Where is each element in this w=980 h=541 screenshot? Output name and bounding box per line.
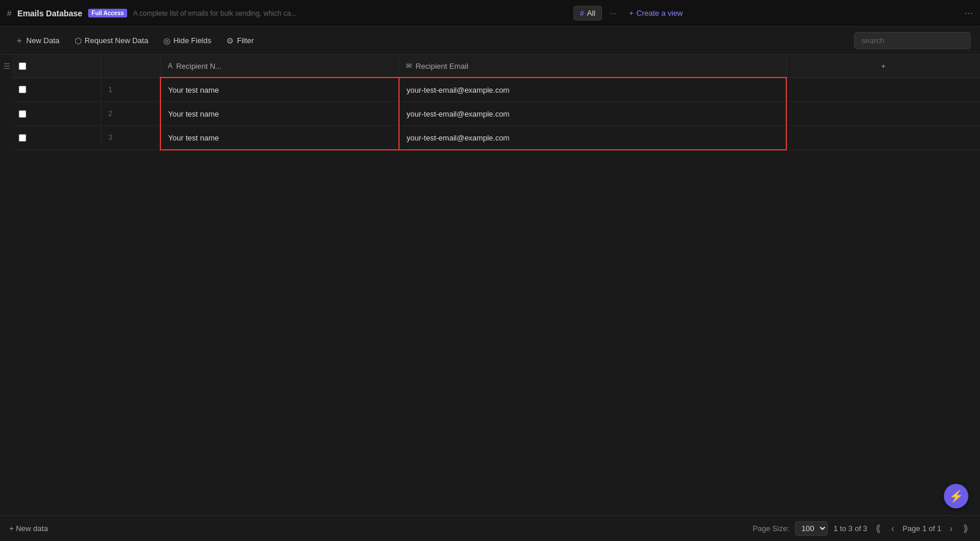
database-description: A complete list of emails for bulk sendi… <box>133 9 296 17</box>
row-checkbox[interactable] <box>19 86 26 93</box>
new-data-button[interactable]: ＋ New Data <box>9 32 65 50</box>
header-row-num-col <box>101 55 160 78</box>
pagination-area: Page Size: 10 25 50 100 250 1 to 3 of 3 … <box>752 521 971 536</box>
page-size-label: Page Size: <box>752 524 789 533</box>
database-title: Emails Database <box>18 9 82 18</box>
view-tab-all-label: All <box>587 9 595 17</box>
row-email-cell[interactable]: your-test-email@example.com <box>399 126 786 150</box>
top-nav-left: # Emails Database Full Access A complete… <box>7 9 296 18</box>
row-extra-cell <box>786 126 980 150</box>
new-data-label: New Data <box>26 36 60 45</box>
select-all-checkbox[interactable] <box>19 62 26 70</box>
database-icon: # <box>7 9 12 18</box>
fab-icon: ⚡ <box>949 489 964 503</box>
row-number-cell: 2 <box>101 102 160 126</box>
bottom-bar: + New data Page Size: 10 25 50 100 250 1… <box>0 515 980 541</box>
page-next-button[interactable]: › <box>947 522 955 535</box>
sidebar-toggle[interactable]: ☰ <box>0 59 14 73</box>
plus-icon: ＋ <box>15 36 23 46</box>
table-wrapper: A Recipient N... ✉ Recipient Email + <box>12 55 980 515</box>
hide-fields-button[interactable]: ◎ Hide Fields <box>158 33 217 49</box>
toolbar: ＋ New Data ⬡ Request New Data ◎ Hide Fie… <box>0 27 980 55</box>
table-row: 3Your test nameyour-test-email@example.c… <box>12 126 980 150</box>
row-name-cell[interactable]: Your test name <box>160 78 399 102</box>
request-new-data-button[interactable]: ⬡ Request New Data <box>69 33 154 49</box>
view-tabs-more[interactable]: ··· <box>607 6 620 20</box>
table-row: 1Your test nameyour-test-email@example.c… <box>12 78 980 102</box>
row-name-cell[interactable]: Your test name <box>160 126 399 150</box>
top-nav-more[interactable]: ··· <box>964 7 973 19</box>
text-field-icon: A <box>168 62 173 70</box>
new-data-bottom-label: + New data <box>9 524 48 533</box>
toolbar-left: ＋ New Data ⬡ Request New Data ◎ Hide Fie… <box>9 32 260 50</box>
hide-icon: ◎ <box>163 36 170 45</box>
request-new-data-label: Request New Data <box>85 36 148 45</box>
row-checkbox-cell <box>12 78 101 102</box>
row-checkbox[interactable] <box>19 110 26 118</box>
table-header-row: A Recipient N... ✉ Recipient Email + <box>12 55 980 78</box>
row-number-cell: 1 <box>101 78 160 102</box>
row-number-cell: 3 <box>101 126 160 150</box>
table-row: 2Your test nameyour-test-email@example.c… <box>12 102 980 126</box>
page-range: 1 to 3 of 3 <box>834 524 867 533</box>
page-last-button[interactable]: ⟫ <box>961 522 971 535</box>
page-prev-button[interactable]: ‹ <box>889 522 897 535</box>
header-recipient-email[interactable]: ✉ Recipient Email <box>399 55 786 78</box>
search-input[interactable] <box>854 32 971 49</box>
hide-fields-label: Hide Fields <box>173 36 211 45</box>
page-info: Page 1 of 1 <box>902 524 942 533</box>
header-add-col[interactable]: + <box>786 55 980 78</box>
create-view-label: Create a view <box>636 9 682 17</box>
row-checkbox-cell <box>12 102 101 126</box>
view-tabs: # All ··· + Create a view <box>573 6 688 20</box>
toolbar-right <box>854 32 971 49</box>
top-nav: # Emails Database Full Access A complete… <box>0 0 980 27</box>
data-table: A Recipient N... ✉ Recipient Email + <box>12 55 980 150</box>
email-field-icon: ✉ <box>406 62 412 70</box>
filter-icon: ⚙ <box>226 36 234 45</box>
create-view-button[interactable]: + Create a view <box>624 6 687 20</box>
header-recipient-name[interactable]: A Recipient N... <box>160 55 399 78</box>
page-size-select[interactable]: 10 25 50 100 250 <box>795 521 828 536</box>
fab-button[interactable]: ⚡ <box>944 484 968 508</box>
row-email-cell[interactable]: your-test-email@example.com <box>399 102 786 126</box>
row-checkbox-cell <box>12 126 101 150</box>
page-first-button[interactable]: ⟪ <box>873 522 883 535</box>
filter-button[interactable]: ⚙ Filter <box>220 33 260 49</box>
row-checkbox[interactable] <box>19 134 26 142</box>
request-icon: ⬡ <box>75 36 82 45</box>
hash-icon: # <box>580 9 584 17</box>
plus-icon: + <box>629 9 634 17</box>
row-extra-cell <box>786 102 980 126</box>
add-column-icon: + <box>881 62 886 71</box>
col-label-recipient-email: Recipient Email <box>415 62 468 71</box>
row-name-cell[interactable]: Your test name <box>160 102 399 126</box>
view-tab-all[interactable]: # All <box>573 6 602 20</box>
col-label-recipient-name: Recipient N... <box>176 62 222 71</box>
new-data-bottom-button[interactable]: + New data <box>9 524 48 533</box>
main-content: ☰ A Recipient N... <box>0 55 980 515</box>
table-body: 1Your test nameyour-test-email@example.c… <box>12 78 980 150</box>
header-checkbox-col <box>12 55 101 78</box>
row-email-cell[interactable]: your-test-email@example.com <box>399 78 786 102</box>
filter-label: Filter <box>237 36 254 45</box>
row-extra-cell <box>786 78 980 102</box>
access-badge: Full Access <box>88 9 127 17</box>
